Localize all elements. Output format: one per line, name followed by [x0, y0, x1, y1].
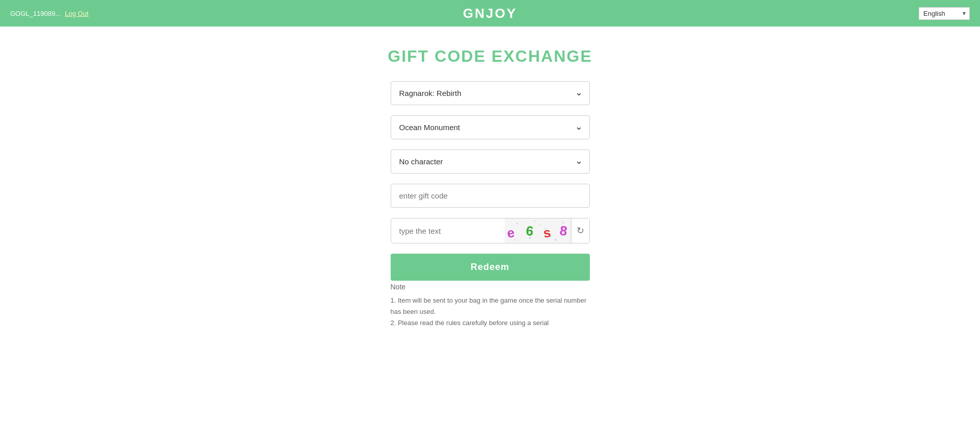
- captcha-svg: e 6 s 8: [505, 218, 571, 243]
- server-select[interactable]: Ocean Monument: [391, 115, 590, 139]
- note-line-1: 1. Item will be sent to your bag in the …: [391, 295, 590, 317]
- svg-point-3: [539, 224, 541, 226]
- header-left: GOGL_119089... Log Out: [10, 10, 88, 17]
- site-header: GOGL_119089... Log Out GNJOY English 日本語…: [0, 0, 980, 27]
- main-content: GIFT CODE EXCHANGE Ragnarok: Rebirth Oce…: [0, 27, 980, 329]
- redeem-button[interactable]: Redeem: [391, 254, 590, 281]
- svg-point-9: [555, 239, 556, 241]
- captcha-image: e 6 s 8: [505, 218, 571, 243]
- note-line-2: 2. Please read the rules carefully befor…: [391, 317, 590, 329]
- game-select-wrapper[interactable]: Ragnarok: Rebirth: [391, 81, 590, 105]
- gift-code-input[interactable]: [391, 184, 590, 208]
- username-label: GOGL_119089...: [10, 10, 61, 17]
- captcha-char-e: e: [506, 225, 515, 241]
- character-select-wrapper[interactable]: No character: [391, 150, 590, 174]
- game-select[interactable]: Ragnarok: Rebirth: [391, 81, 590, 105]
- refresh-icon: ↻: [577, 225, 584, 236]
- language-select[interactable]: English 日本語 한국어: [919, 7, 970, 20]
- language-dropdown-wrapper[interactable]: English 日本語 한국어: [919, 7, 970, 20]
- svg-point-1: [516, 223, 518, 225]
- site-logo: GNJOY: [463, 6, 517, 21]
- captcha-char-s: s: [542, 225, 552, 241]
- captcha-char-8: 8: [559, 223, 568, 239]
- note-title: Note: [391, 283, 590, 291]
- character-select[interactable]: No character: [391, 150, 590, 174]
- logout-link[interactable]: Log Out: [65, 10, 88, 17]
- svg-point-8: [534, 220, 536, 222]
- page-title: GIFT CODE EXCHANGE: [388, 47, 592, 66]
- captcha-text-input[interactable]: [391, 218, 505, 243]
- server-select-wrapper[interactable]: Ocean Monument: [391, 115, 590, 139]
- language-selector-wrapper[interactable]: English 日本語 한국어: [919, 7, 970, 20]
- captcha-row: e 6 s 8 ↻: [391, 218, 590, 243]
- gift-code-form: Ragnarok: Rebirth Ocean Monument No char…: [391, 81, 590, 281]
- captcha-char-6: 6: [525, 223, 534, 239]
- captcha-refresh-button[interactable]: ↻: [571, 218, 589, 243]
- note-section: Note 1. Item will be sent to your bag in…: [391, 283, 590, 329]
